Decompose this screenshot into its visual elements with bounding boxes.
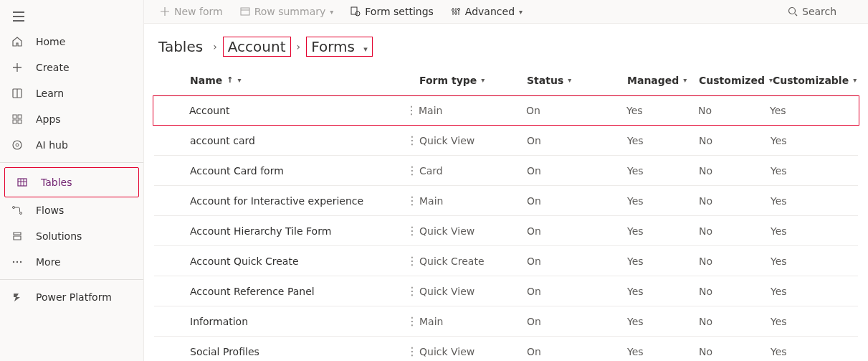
hamburger-button[interactable] xyxy=(4,4,33,29)
sidebar-item-aihub[interactable]: AI hub xyxy=(0,132,143,158)
table-row[interactable]: Account for Interactive experience ⋮ Mai… xyxy=(154,186,858,216)
table-row[interactable]: Account Quick Create ⋮ Quick Create On Y… xyxy=(154,246,858,276)
table-row[interactable]: Account ⋮ Main On Yes No Yes xyxy=(153,95,859,126)
sidebar-item-label: Tables xyxy=(41,177,72,188)
column-header-customized[interactable]: Customized ▾ xyxy=(699,75,773,86)
row-customized: No xyxy=(698,105,770,116)
search-placeholder: Search xyxy=(802,6,836,17)
breadcrumb-tables[interactable]: Tables xyxy=(154,37,207,56)
sidebar-item-label: Solutions xyxy=(36,230,82,242)
sidebar-item-tables-highlight: Tables xyxy=(4,167,139,197)
main-area: New form Row summary ▾ Form settings Adv… xyxy=(144,0,868,361)
search-icon xyxy=(788,6,798,17)
column-header-formtype[interactable]: Form type ▾ xyxy=(419,75,527,86)
row-name: Account xyxy=(189,105,404,116)
row-more-icon[interactable]: ⋮ xyxy=(406,165,418,177)
row-more-icon[interactable]: ⋮ xyxy=(406,346,418,357)
row-name: Account Card form xyxy=(190,165,405,177)
row-customized: No xyxy=(699,286,771,297)
chevron-down-icon: ▾ xyxy=(568,76,571,84)
sidebar-item-label: Apps xyxy=(36,113,61,125)
svg-rect-2 xyxy=(13,115,16,118)
chevron-down-icon: ▾ xyxy=(683,76,687,84)
solutions-icon xyxy=(10,230,24,242)
row-formtype: Quick Create xyxy=(419,255,527,267)
chevron-down-icon: ▾ xyxy=(519,8,523,16)
row-managed: Yes xyxy=(627,316,699,327)
row-more-icon[interactable]: ⋮ xyxy=(406,195,418,207)
row-customizable: Yes xyxy=(771,225,842,237)
column-header-managed[interactable]: Managed ▾ xyxy=(627,75,699,86)
sidebar-item-label: Home xyxy=(36,36,65,47)
sidebar-item-label: Create xyxy=(36,62,70,73)
row-formtype: Main xyxy=(419,195,527,207)
row-customizable: Yes xyxy=(771,195,842,207)
column-header-name[interactable]: Name ↑ ▾ xyxy=(190,75,405,86)
row-customizable: Yes xyxy=(771,255,842,267)
row-summary-button[interactable]: Row summary ▾ xyxy=(233,0,341,23)
sidebar-item-create[interactable]: Create xyxy=(0,55,143,80)
row-name: Account Hierarchy Tile Form xyxy=(190,225,405,237)
sidebar-item-tables[interactable]: Tables xyxy=(5,169,138,195)
sidebar-item-home[interactable]: Home xyxy=(0,29,143,55)
advanced-button[interactable]: Advanced ▾ xyxy=(444,0,530,23)
sidebar-item-powerplatform[interactable]: Power Platform xyxy=(0,284,143,310)
chevron-right-icon: › xyxy=(211,41,219,52)
row-customizable: Yes xyxy=(770,105,841,116)
row-more-icon[interactable]: ⋮ xyxy=(406,105,417,116)
row-managed: Yes xyxy=(627,135,699,146)
row-status: On xyxy=(527,286,627,297)
sidebar-item-label: More xyxy=(36,256,61,268)
sidebar-item-learn[interactable]: Learn xyxy=(0,80,143,106)
table-row[interactable]: Account Reference Panel ⋮ Quick View On … xyxy=(154,276,858,306)
row-formtype: Main xyxy=(419,316,527,327)
new-form-button[interactable]: New form xyxy=(153,0,230,23)
row-name: Account Quick Create xyxy=(190,255,405,267)
sidebar-item-solutions[interactable]: Solutions xyxy=(0,223,143,249)
row-more-icon[interactable]: ⋮ xyxy=(406,286,418,297)
row-name: Account for Interactive experience xyxy=(190,195,405,207)
row-status: On xyxy=(527,225,627,237)
chevron-down-icon: ▾ xyxy=(481,76,485,84)
row-more-icon[interactable]: ⋮ xyxy=(406,135,418,146)
row-formtype: Quick View xyxy=(419,135,527,146)
row-more-icon[interactable]: ⋮ xyxy=(406,316,418,327)
table-row[interactable]: Social Profiles ⋮ Quick View On Yes No Y… xyxy=(154,337,858,361)
row-customized: No xyxy=(699,255,771,267)
chevron-down-icon: ▾ xyxy=(363,44,368,54)
svg-rect-19 xyxy=(351,7,357,14)
sidebar-item-apps[interactable]: Apps xyxy=(0,106,143,132)
table-row[interactable]: account card ⋮ Quick View On Yes No Yes xyxy=(154,126,858,156)
column-header-status[interactable]: Status ▾ xyxy=(527,75,627,86)
tables-icon xyxy=(15,177,29,188)
table-row[interactable]: Information ⋮ Main On Yes No Yes xyxy=(154,306,858,337)
svg-point-12 xyxy=(13,207,15,209)
chevron-down-icon: ▾ xyxy=(330,8,333,16)
command-bar: New form Row summary ▾ Form settings Adv… xyxy=(144,0,868,24)
cmd-label: New form xyxy=(174,6,223,17)
sidebar: Home Create Learn Apps AI hub Tables Flo… xyxy=(0,0,144,361)
sidebar-item-more[interactable]: More xyxy=(0,249,143,275)
sidebar-item-flows[interactable]: Flows xyxy=(0,197,143,223)
table-row[interactable]: Account Card form ⋮ Card On Yes No Yes xyxy=(154,156,858,186)
svg-point-6 xyxy=(13,141,22,149)
table-row[interactable]: Account Hierarchy Tile Form ⋮ Quick View… xyxy=(154,216,858,246)
breadcrumb-account[interactable]: Account xyxy=(223,37,291,57)
plus-icon xyxy=(10,62,24,73)
row-more-icon[interactable]: ⋮ xyxy=(406,255,418,267)
row-formtype: Quick View xyxy=(419,286,527,297)
row-name: Information xyxy=(190,316,405,327)
cmd-label: Form settings xyxy=(365,6,434,17)
form-settings-button[interactable]: Form settings xyxy=(343,0,441,23)
svg-point-25 xyxy=(454,12,457,14)
breadcrumb-forms[interactable]: Forms ▾ xyxy=(306,37,373,57)
row-status: On xyxy=(527,255,627,267)
row-more-icon[interactable]: ⋮ xyxy=(406,225,418,237)
search-box[interactable]: Search xyxy=(781,0,859,23)
column-header-customizable[interactable]: Customizable ▾ xyxy=(773,75,857,86)
row-status: On xyxy=(526,105,626,116)
sidebar-item-label: Learn xyxy=(36,88,64,99)
row-managed: Yes xyxy=(626,105,698,116)
svg-point-20 xyxy=(356,11,360,16)
sidebar-item-label: AI hub xyxy=(36,139,68,151)
